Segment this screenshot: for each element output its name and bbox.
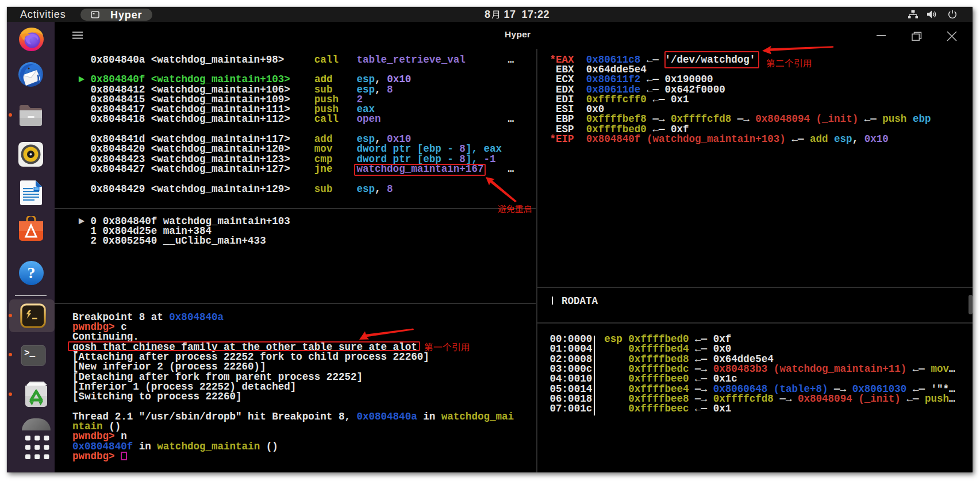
svg-text:?: ? — [28, 264, 36, 282]
svg-text:>_: >_ — [24, 348, 36, 359]
